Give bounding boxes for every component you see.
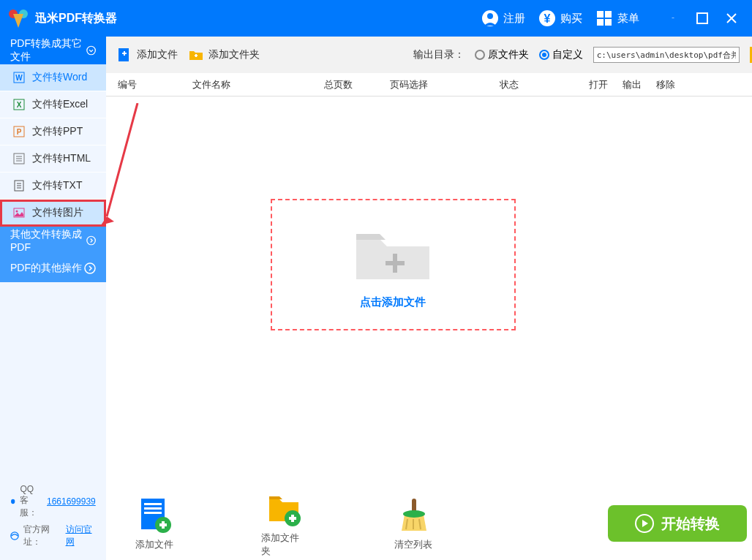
add-folder-icon [188, 47, 204, 63]
sidebar-item-txt[interactable]: 文件转TXT [0, 173, 106, 200]
minimize-button[interactable] [667, 12, 679, 24]
svg-text:¥: ¥ [544, 12, 551, 25]
col-open: 打开 [582, 78, 615, 91]
category-label: PDF转换成其它文件 [10, 37, 86, 64]
svg-text:X: X [17, 101, 22, 109]
table-header: 编号 文件名称 总页数 页码选择 状态 打开 输出 移除 [106, 73, 752, 97]
yen-icon: ¥ [538, 10, 556, 27]
register-button[interactable]: 注册 [481, 10, 525, 27]
bottom-add-file-button[interactable]: 添加文件 [135, 496, 173, 551]
radio-label: 自定义 [552, 48, 583, 61]
svg-rect-37 [124, 51, 125, 56]
svg-rect-8 [597, 19, 604, 26]
sidebar-item-word[interactable]: W 文件转Word [0, 64, 106, 91]
radio-custom-folder[interactable]: 自定义 [539, 48, 583, 61]
excel-icon: X [13, 99, 25, 110]
svg-rect-7 [605, 11, 612, 18]
site-link[interactable]: 访问官网 [66, 523, 96, 548]
add-folder-button[interactable]: 添加文件夹 [188, 47, 260, 63]
sidebar-item-label: 文件转PPT [32, 125, 83, 138]
buy-label: 购买 [560, 12, 582, 26]
svg-point-31 [86, 236, 95, 245]
sidebar-item-excel[interactable]: X 文件转Excel [0, 91, 106, 118]
radio-source-folder[interactable]: 原文件夹 [475, 48, 529, 61]
app-title: 迅米PDF转换器 [35, 11, 117, 26]
svg-rect-45 [144, 512, 162, 514]
start-label: 开始转换 [661, 514, 720, 534]
col-pagesel: 页码选择 [384, 78, 494, 91]
bottom-add-file-label: 添加文件 [135, 538, 173, 551]
sidebar-item-label: 文件转TXT [32, 179, 82, 192]
start-convert-button[interactable]: 开始转换 [608, 505, 747, 542]
register-label: 注册 [503, 12, 525, 26]
toolbar: 添加文件 添加文件夹 输出目录： 原文件夹 自定义 [106, 37, 752, 73]
output-path-input[interactable] [593, 47, 740, 63]
svg-text:W: W [15, 74, 23, 82]
broom-icon [394, 496, 432, 534]
radio-checked-icon [539, 50, 549, 60]
chevron-right-icon [86, 235, 96, 246]
close-button[interactable] [726, 12, 737, 24]
svg-rect-6 [597, 11, 604, 18]
svg-rect-51 [291, 515, 294, 522]
word-icon: W [13, 72, 25, 83]
bottom-add-folder-label: 添加文件夹 [261, 531, 307, 558]
category-other-to-pdf[interactable]: 其他文件转换成PDF [0, 227, 106, 254]
output-label: 输出目录： [413, 48, 465, 61]
folder-plus-icon [349, 221, 437, 287]
ppt-icon: P [13, 126, 25, 137]
col-number: 编号 [106, 78, 187, 91]
chevron-down-icon [86, 45, 96, 56]
svg-point-3 [487, 13, 493, 19]
buy-button[interactable]: ¥ 购买 [538, 10, 582, 27]
category-label: PDF的其他操作 [10, 262, 82, 275]
bottom-clear-label: 清空列表 [394, 538, 432, 551]
svg-point-14 [86, 46, 95, 55]
svg-point-32 [85, 263, 95, 273]
grid-icon [595, 10, 613, 27]
html-icon [13, 153, 25, 164]
category-pdf-other-ops[interactable]: PDF的其他操作 [0, 254, 106, 282]
add-file-large-icon [135, 496, 173, 534]
sidebar: PDF转换成其它文件 W 文件转Word X 文件转Excel P 文件转PPT… [0, 37, 106, 560]
col-status: 状态 [494, 78, 582, 91]
app-logo: 迅米PDF转换器 [7, 7, 117, 29]
qq-label: QQ 客服： [20, 484, 42, 519]
radio-label: 原文件夹 [488, 48, 529, 61]
col-pages: 总页数 [318, 78, 384, 91]
svg-rect-44 [144, 507, 162, 510]
add-folder-large-icon [265, 489, 303, 527]
sidebar-item-image[interactable]: 文件转图片 [0, 200, 106, 227]
bottom-clear-list-button[interactable]: 清空列表 [394, 496, 432, 551]
sidebar-item-ppt[interactable]: P 文件转PPT [0, 118, 106, 145]
radio-icon [475, 50, 485, 60]
col-name: 文件名称 [187, 78, 318, 91]
bottom-add-folder-button[interactable]: 添加文件夹 [261, 489, 307, 558]
category-pdf-to-other[interactable]: PDF转换成其它文件 [0, 37, 106, 64]
qq-number-link[interactable]: 1661699939 [47, 496, 96, 507]
svg-rect-9 [605, 19, 612, 26]
svg-point-30 [16, 211, 18, 213]
menu-button[interactable]: 菜单 [595, 10, 639, 27]
add-file-button[interactable]: 添加文件 [116, 47, 178, 63]
add-file-label: 添加文件 [137, 48, 178, 61]
svg-rect-43 [144, 503, 162, 505]
logo-icon [7, 7, 29, 29]
svg-rect-10 [672, 18, 674, 18]
svg-rect-41 [393, 254, 397, 273]
play-icon [635, 514, 654, 533]
col-out: 输出 [615, 78, 649, 91]
content-area: 添加文件 添加文件夹 输出目录： 原文件夹 自定义 [106, 37, 752, 560]
ie-icon [10, 531, 19, 541]
maximize-button[interactable] [696, 12, 708, 24]
svg-rect-48 [162, 521, 165, 529]
sidebar-footer: QQ 客服： 1661699939 官方网址： 访问官网 [0, 477, 106, 560]
sidebar-item-html[interactable]: 文件转HTML [0, 145, 106, 173]
drop-box[interactable]: 点击添加文件 [271, 199, 516, 330]
file-drop-area: 点击添加文件 [106, 97, 752, 487]
add-file-icon [116, 47, 132, 63]
image-icon [13, 207, 25, 219]
chevron-right-icon [84, 262, 96, 274]
col-del: 移除 [649, 78, 683, 91]
svg-rect-11 [697, 13, 707, 23]
